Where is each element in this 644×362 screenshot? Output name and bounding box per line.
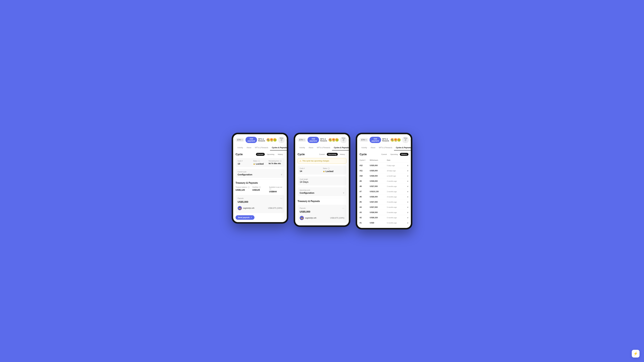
view-all-button-1[interactable]: View all → [278, 137, 285, 143]
remaining-info-icon-1[interactable]: i [280, 160, 282, 162]
cycle-tab-history-1[interactable]: History [276, 153, 284, 156]
history-chevron-icon[interactable]: ∨ [404, 180, 408, 182]
history-withdrawn: US$9,000 [370, 175, 386, 177]
tab-nfts-rewards-3[interactable]: NFTs & Rewards [377, 145, 394, 150]
bottom-logo: ⚡ [632, 350, 640, 358]
tab-activity-3[interactable]: Activity [360, 145, 369, 150]
cycle-tab-history-2[interactable]: History [338, 153, 346, 156]
counter-badge-2: 9 [348, 138, 349, 141]
history-row[interactable]: #9 US$9,000 2 months ago ∨ [360, 179, 408, 184]
status-info-icon-1[interactable]: i [258, 160, 260, 162]
history-table-3: Cycle # Withdrawn Date #12 US$5,000 5 da… [360, 158, 408, 226]
tab-about-1[interactable]: About [245, 145, 253, 150]
three-dots-1[interactable]: ⋯ [280, 197, 282, 200]
cycle-tab-current-1[interactable]: Current [256, 153, 265, 156]
history-withdrawn: US$6,000 [370, 196, 386, 198]
add-payment-button-3[interactable]: Add payment [370, 137, 381, 143]
tab-about-2[interactable]: About [307, 145, 315, 150]
phone-3-inner: ETH Add payment NFTs & Rewards 🎭 🦊 🐸 Vie… [357, 134, 411, 228]
history-chevron-icon[interactable]: ∨ [404, 222, 408, 224]
history-chevron-icon[interactable]: ∨ [404, 211, 408, 213]
history-chevron-icon[interactable]: ∨ [404, 191, 408, 193]
history-rows-container-3: #12 US$5,000 5 days ago ∨ #11 US$5,000 1… [360, 163, 408, 226]
cycle-tabs-2: Current Upcoming History [318, 153, 346, 156]
tab-nfts-rewards-1[interactable]: NFTs & Rewards [253, 145, 270, 150]
payouts-label-1: Payouts [238, 197, 244, 199]
status-info-icon-2[interactable]: i [328, 168, 330, 169]
send-payouts-button-1[interactable]: Send payouts ✓ [236, 215, 254, 220]
status-val-2: 🔒 Locked [323, 170, 344, 173]
history-row[interactable]: #3 US$8,500 5 months ago ∨ [360, 210, 408, 215]
available-item-1: Available to pay out i US$644 [269, 186, 284, 193]
add-payment-button-1[interactable]: Add payment [246, 137, 257, 143]
history-row[interactable]: #2 US$8,328 5 months ago ∨ [360, 215, 408, 220]
history-cycle-num: #3 [360, 211, 368, 213]
tab-nfts-rewards-2[interactable]: NFTs & Rewards [315, 145, 332, 150]
payouts-label-2: Payouts [300, 207, 306, 209]
history-row[interactable]: #5 US$7,000 3 months ago ∨ [360, 199, 408, 205]
history-row[interactable]: #1 US$0 5 months ago ∨ [360, 220, 408, 226]
history-row[interactable]: #11 US$5,000 19 days ago ∨ [360, 168, 408, 173]
nft-avatars-1: 🎭 🦊 🐸 [266, 138, 277, 142]
ap-info-1[interactable]: i [270, 188, 271, 190]
cycle-tab-upcoming-2[interactable]: Upcoming [327, 153, 338, 156]
warning-icon-2: ⚠ [300, 160, 302, 162]
nfts-rewards-area-1: NFTs & Rewards 🎭 🦊 🐸 View all → [258, 137, 285, 143]
history-cycle-num: #7 [360, 191, 368, 193]
cycle-number-label-1: Cycle # [238, 160, 251, 162]
history-chevron-icon[interactable]: ∨ [404, 196, 408, 198]
history-chevron-icon[interactable]: ∨ [404, 170, 408, 172]
eth-button-3[interactable]: ETH [360, 138, 368, 142]
add-payment-button-2[interactable]: Add payment [308, 137, 319, 143]
history-date: 3 months ago [387, 201, 403, 203]
cycle-tab-current-3[interactable]: Current [380, 153, 388, 156]
history-withdrawn: US$7,000 [370, 206, 386, 208]
chevron-icon-1[interactable]: ∨ [281, 173, 282, 176]
eth-button-2[interactable]: ETH [298, 138, 306, 142]
cycle-tab-upcoming-1[interactable]: Upcoming [265, 153, 276, 156]
cycle-tab-upcoming-3[interactable]: Upcoming [389, 153, 399, 156]
cycle-tabs-1: Current Upcoming History [256, 153, 284, 156]
view-all-button-3[interactable]: View all → [402, 137, 409, 143]
history-cycle-num: #5 [360, 201, 368, 203]
tab-activity-1[interactable]: Activity [236, 145, 245, 150]
history-row[interactable]: #7 US$10,150 2 months ago ∨ [360, 189, 408, 194]
history-chevron-icon[interactable]: ∨ [404, 164, 408, 167]
eth-button-1[interactable]: ETH [236, 138, 244, 142]
payout-avatar-1: 🧙 [238, 206, 242, 210]
history-date: 2 months ago [387, 185, 403, 187]
history-row[interactable]: #12 US$5,000 5 days ago ∨ [360, 163, 408, 168]
three-dots-2[interactable]: ⋯ [342, 207, 344, 210]
history-chevron-icon[interactable]: ∨ [404, 175, 408, 177]
history-row[interactable]: #10 US$9,000 a month ago ∨ [360, 173, 408, 179]
col-chevron-label-3 [404, 159, 408, 161]
history-cycle-num: #9 [360, 180, 368, 182]
history-date: 5 months ago [387, 222, 403, 224]
tab-about-3[interactable]: About [369, 145, 377, 150]
tb-info-1[interactable]: i [248, 186, 250, 188]
history-row[interactable]: #6 US$6,000 3 months ago ∨ [360, 194, 408, 199]
treasury-balance-item-1: Treasury balance i US$5,125 [236, 186, 251, 193]
tab-cycles-payouts-2[interactable]: Cycles & Payouts [332, 145, 349, 150]
history-chevron-icon[interactable]: ∨ [404, 206, 408, 208]
chevron-icon-2[interactable]: ∨ [343, 192, 344, 194]
history-chevron-icon[interactable]: ∨ [404, 217, 408, 219]
tab-activity-2[interactable]: Activity [298, 145, 307, 150]
nft-avatar-9: 🐸 [397, 138, 401, 142]
history-chevron-icon[interactable]: ∨ [404, 201, 408, 203]
cycle-tab-history-3[interactable]: History [400, 153, 408, 156]
payouts-header-1: Payouts ⋯ [238, 197, 282, 200]
history-row[interactable]: #4 US$7,000 5 months ago ∨ [360, 205, 408, 210]
section-divider-2 [298, 198, 346, 198]
tab-cycles-payouts-1[interactable]: Cycles & Payouts [270, 145, 287, 150]
history-cycle-num: #1 [360, 222, 368, 224]
history-chevron-icon[interactable]: ∨ [404, 185, 408, 187]
tab-cycles-payouts-3[interactable]: Cycles & Payouts [394, 145, 411, 150]
nav-tabs-3: Activity About NFTs & Rewards Cycles & P… [360, 145, 408, 150]
cycle-tab-current-2[interactable]: Current [318, 153, 326, 156]
view-all-button-2[interactable]: View all → [340, 137, 347, 143]
of-info-1[interactable]: i [259, 186, 261, 188]
phone-2-inner: ETH Add payment NFTs & Rewards 🎭 🦊 🐸 Vie… [295, 134, 349, 225]
nft-avatar-6: 🐸 [335, 138, 339, 142]
history-row[interactable]: #8 US$7,000 2 months ago ∨ [360, 184, 408, 189]
